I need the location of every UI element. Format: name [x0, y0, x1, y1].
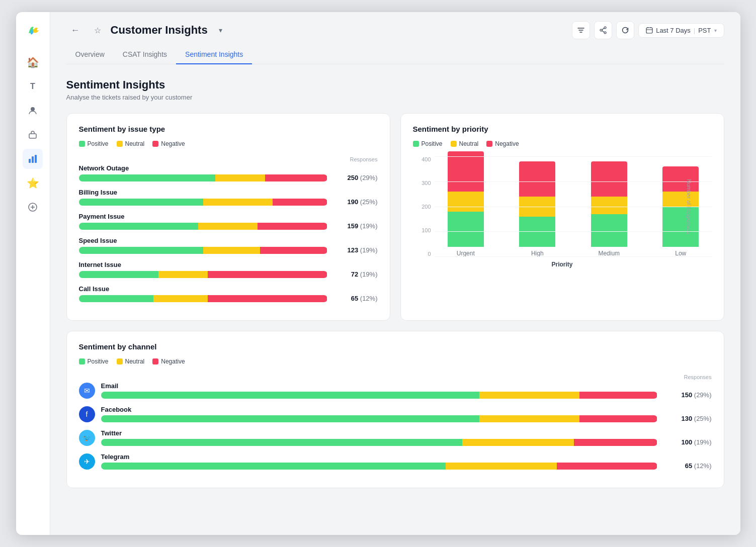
tab-overview[interactable]: Overview: [66, 45, 114, 64]
sidebar: 🏠 T ⭐: [16, 12, 50, 535]
channel-row: 🐦 Twitter 100 (19%): [79, 429, 712, 446]
negative-seg: [208, 271, 327, 278]
sidebar-item-briefcase[interactable]: [23, 125, 43, 145]
channel-label: Twitter: [101, 429, 712, 437]
section-subtitle: Analyse the tickets raised by your custo…: [66, 94, 724, 101]
neutral-seg: [198, 223, 258, 230]
separator: |: [694, 27, 695, 34]
issue-type-card: Sentiment by issue type Positive Neutral: [66, 113, 390, 321]
priority-legend: Positive Neutral Negative: [413, 140, 712, 147]
channel-positive-dot: [79, 358, 85, 364]
neutral-priority-seg: [662, 192, 699, 207]
content-area: Sentiment Insights Analyse the tickets r…: [50, 64, 740, 502]
positive-label: Positive: [88, 140, 109, 147]
positive-dot: [79, 141, 85, 147]
svg-point-8: [600, 29, 602, 31]
priority-group: Low: [650, 166, 712, 257]
neutral-seg: [215, 174, 265, 181]
channel-neutral-seg: [479, 415, 579, 422]
logo: [24, 20, 42, 40]
positive-priority-seg: [662, 207, 699, 247]
sidebar-item-home[interactable]: 🏠: [23, 52, 43, 72]
channel-negative-dot: [152, 358, 158, 364]
priority-legend-neutral: Neutral: [451, 140, 479, 147]
svg-rect-3: [32, 156, 34, 163]
date-range-picker[interactable]: Last 7 Days | PST ▾: [638, 23, 724, 38]
priority-group: High: [507, 161, 568, 257]
negative-seg: [265, 174, 327, 181]
sidebar-item-user[interactable]: [23, 101, 43, 121]
issue-bar-row: Speed Issue 123 (19%): [79, 237, 378, 254]
channel-bar-wrap: Email 150 (29%): [101, 382, 712, 399]
priority-positive-label: Positive: [422, 140, 443, 147]
channel-neutral-seg: [446, 463, 557, 470]
sidebar-item-text[interactable]: T: [23, 76, 43, 97]
channel-bar-row: 150 (29%): [101, 391, 712, 399]
neutral-dot: [117, 141, 123, 147]
negative-priority-seg: [448, 151, 484, 192]
channel-icon-email: ✉: [79, 383, 95, 399]
channel-neutral-label: Neutral: [125, 358, 145, 365]
channel-meta: 100 (19%): [661, 438, 712, 446]
issue-bar-row: Call Issue 65 (12%): [79, 285, 378, 302]
tabs: Overview CSAT Insights Sentiment Insight…: [66, 45, 724, 64]
tab-sentiment[interactable]: Sentiment Insights: [176, 45, 252, 64]
positive-seg: [79, 223, 198, 230]
positive-priority-seg: [448, 212, 484, 247]
page-title: Customer Insights: [111, 24, 208, 37]
bar-meta: 190 (25%): [332, 198, 378, 206]
channel-bar-wrap: Twitter 100 (19%): [101, 429, 712, 446]
priority-positive-dot: [413, 141, 419, 147]
channel-bar-track: [101, 463, 657, 470]
header-actions: Last 7 Days | PST ▾: [572, 21, 724, 39]
positive-seg: [79, 174, 216, 181]
priority-group-label: Low: [675, 250, 686, 257]
sidebar-item-star[interactable]: ⭐: [23, 173, 43, 193]
svg-rect-9: [646, 28, 652, 33]
priority-neutral-dot: [451, 141, 457, 147]
priority-legend-positive: Positive: [413, 140, 443, 147]
priority-legend-negative: Negative: [486, 140, 519, 147]
neutral-priority-seg: [519, 197, 555, 217]
channel-positive-seg: [101, 415, 479, 422]
bar-meta: 159 (19%): [332, 222, 378, 230]
svg-point-6: [604, 27, 606, 29]
neutral-seg: [158, 271, 208, 278]
channel-positive-seg: [101, 439, 463, 446]
neutral-priority-seg: [591, 197, 627, 214]
svg-rect-2: [29, 159, 31, 163]
negative-dot: [152, 141, 158, 147]
bookmark-button[interactable]: ☆: [89, 21, 107, 39]
share-button[interactable]: [594, 21, 612, 39]
sidebar-item-add[interactable]: [23, 197, 43, 217]
channel-negative-seg: [579, 415, 657, 422]
svg-point-0: [31, 107, 35, 111]
sidebar-item-chart[interactable]: [23, 149, 43, 169]
bar-meta: 250 (29%): [332, 174, 378, 181]
bar-meta: 72 (19%): [332, 270, 378, 278]
channel-positive-label: Positive: [88, 358, 109, 365]
dropdown-button[interactable]: ▾: [212, 21, 230, 39]
refresh-button[interactable]: [616, 21, 634, 39]
channel-icon-twitter: 🐦: [79, 430, 95, 446]
svg-rect-1: [29, 134, 36, 138]
header: ← ☆ Customer Insights ▾: [50, 12, 740, 64]
tab-csat[interactable]: CSAT Insights: [114, 45, 176, 64]
channel-bar-row: 100 (19%): [101, 438, 712, 446]
priority-group: Medium: [578, 161, 640, 257]
channel-meta: 130 (25%): [661, 415, 712, 422]
channel-neutral-dot: [117, 358, 123, 364]
bar-label: Network Outage: [79, 164, 129, 172]
issue-bar-row: Network Outage 250 (29%): [79, 164, 378, 181]
priority-group-label: Medium: [598, 250, 620, 257]
bar-meta: 65 (12%): [332, 295, 378, 302]
channel-legend: Positive Neutral Negative: [79, 358, 712, 365]
responses-header: Responses: [79, 156, 378, 162]
filter-button[interactable]: [572, 21, 590, 39]
channel-row: f Facebook 130 (25%): [79, 406, 712, 422]
priority-group-label: Urgent: [457, 250, 475, 257]
negative-seg: [273, 199, 327, 206]
back-button[interactable]: ←: [66, 21, 85, 39]
channel-neutral-seg: [462, 439, 573, 446]
channel-row: ✉ Email 150 (29%): [79, 382, 712, 399]
